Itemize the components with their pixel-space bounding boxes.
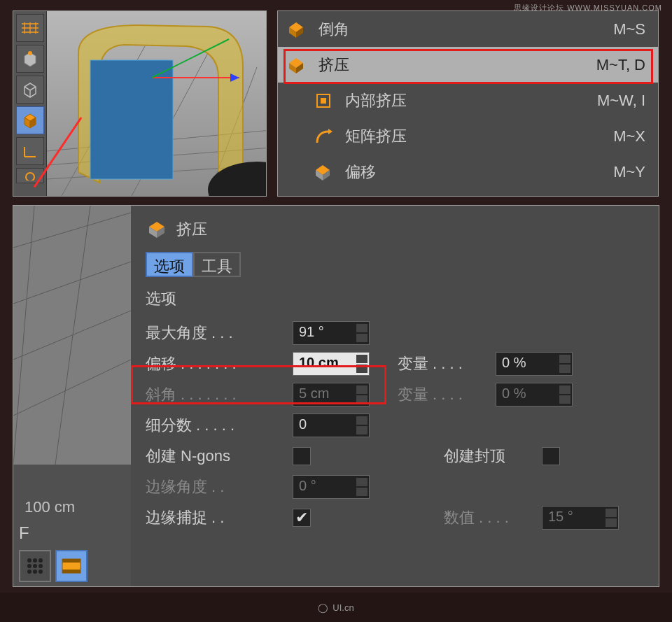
attribute-panel: 100 cm F 挤压 选项 工具 选项 最大角度 . . . 91 ° 偏移 … [13, 205, 659, 587]
menu-label: 内部挤压 [345, 90, 597, 111]
grid-icon [18, 16, 42, 40]
viewport-3d[interactable] [47, 11, 266, 196]
input-offset[interactable]: 10 cm [293, 352, 370, 376]
menu-shortcut: M~S [613, 20, 645, 38]
input-subdiv[interactable]: 0 [293, 414, 370, 437]
svg-point-26 [33, 564, 37, 568]
label-cap: 创建封顶 [444, 446, 542, 467]
spinner-icon [559, 385, 570, 404]
menu-item-bevel[interactable]: 倒角 M~S [278, 11, 658, 47]
spinner-icon [356, 385, 368, 404]
inner-extrude-icon [312, 89, 335, 113]
matrix-extrude-icon [312, 125, 335, 148]
menu-shortcut: M~T, D [596, 56, 645, 74]
bevel-icon [285, 17, 309, 41]
label-ngons: 创建 N-gons [146, 446, 293, 467]
tool-grid[interactable] [16, 14, 44, 42]
row-bevel: 斜角 . . . . . . . 5 cm 变量 . . . . 0 % [146, 379, 649, 410]
extrude-icon [285, 53, 309, 77]
svg-line-18 [13, 311, 131, 360]
input-max-angle[interactable]: 91 ° [293, 321, 370, 345]
viewport-panel [13, 10, 267, 197]
row-edge-angle: 边缘角度 . . 0 ° [146, 472, 649, 502]
svg-point-27 [38, 564, 43, 568]
label-bevel: 斜角 . . . . . . . [146, 384, 293, 405]
svg-marker-15 [328, 129, 332, 134]
svg-point-28 [27, 570, 31, 574]
tool-axis[interactable] [16, 137, 44, 165]
input-offset-var[interactable]: 0 % [496, 352, 573, 376]
checkbox-edge-snap[interactable]: ✔ [293, 509, 311, 527]
tab-tool[interactable]: 工具 [193, 252, 241, 277]
spinner-icon[interactable] [356, 416, 368, 435]
menu-label: 倒角 [318, 19, 613, 40]
svg-point-25 [27, 564, 31, 568]
input-edge-snap-num: 15 ° [542, 506, 619, 530]
projection-label: F [19, 523, 29, 543]
checkbox-cap[interactable] [542, 447, 560, 465]
menu-label: 挤压 [318, 55, 596, 76]
menu-item-extrude[interactable]: 挤压 M~T, D [278, 47, 658, 83]
label-offset: 偏移 . . . . . . . [146, 353, 293, 374]
spinner-icon [606, 508, 617, 528]
row-offset: 偏移 . . . . . . . 10 cm 变量 . . . . 0 % [146, 348, 649, 379]
svg-line-16 [13, 213, 131, 248]
label-bevel-var: 变量 . . . . [398, 384, 496, 405]
tool-edge[interactable] [16, 76, 44, 104]
spinner-icon[interactable] [356, 354, 368, 374]
svg-point-1 [26, 173, 34, 181]
menu-item-inner-extrude[interactable]: 内部挤压 M~W, I [278, 83, 658, 118]
attribute-title-row: 挤压 [146, 214, 649, 245]
viewport-side[interactable] [13, 206, 131, 465]
cube-point-icon [18, 47, 42, 71]
layout-button-grid[interactable] [19, 550, 51, 582]
svg-point-22 [27, 558, 31, 563]
menu-shortcut: M~Y [613, 163, 645, 181]
input-edge-angle: 0 ° [293, 475, 370, 499]
spinner-icon[interactable] [559, 354, 570, 374]
svg-point-30 [38, 570, 43, 574]
section-title: 选项 [146, 288, 649, 309]
tab-options[interactable]: 选项 [146, 252, 193, 277]
menu-item-matrix-extrude[interactable]: 矩阵挤压 M~X [278, 118, 658, 154]
mode-toolbar [13, 11, 47, 197]
viewport-scene [47, 11, 267, 197]
tool-menu: 倒角 M~S 挤压 M~T, D 内部挤压 M~W, I 矩阵挤压 M~X 偏移… [277, 10, 659, 197]
attribute-title: 挤压 [176, 219, 207, 240]
checkbox-ngons[interactable] [293, 447, 311, 465]
svg-rect-32 [62, 559, 80, 563]
offset-icon [312, 160, 335, 184]
svg-line-19 [13, 360, 131, 416]
svg-point-24 [38, 558, 43, 563]
svg-point-12 [208, 162, 267, 197]
extrude-icon [146, 218, 169, 241]
svg-rect-33 [62, 570, 80, 573]
spinner-icon[interactable] [356, 323, 368, 343]
menu-item-offset[interactable]: 偏移 M~Y [278, 154, 658, 190]
film-icon [61, 558, 82, 574]
cube-wire-icon [18, 78, 42, 101]
label-edge-angle: 边缘角度 . . [146, 476, 293, 497]
measure-readout: 100 cm [24, 498, 120, 516]
row-subdiv: 细分数 . . . . . 0 [146, 410, 649, 441]
svg-line-17 [13, 262, 131, 304]
label-edge-snap-num: 数值 . . . . [444, 507, 542, 528]
label-subdiv: 细分数 . . . . . [146, 415, 293, 436]
attribute-tabs: 选项 工具 [146, 252, 649, 277]
grid9-icon [25, 556, 45, 576]
row-max-angle: 最大角度 . . . 91 ° [146, 318, 649, 348]
attribute-main: 挤压 选项 工具 选项 最大角度 . . . 91 ° 偏移 . . . . .… [136, 206, 659, 586]
footer-text: UI.cn [332, 602, 354, 613]
cube-fill-icon [18, 108, 42, 132]
side-grid-graphic [13, 206, 131, 465]
tool-point[interactable] [16, 45, 44, 73]
menu-label: 偏移 [345, 162, 613, 183]
label-offset-var: 变量 . . . . [398, 353, 496, 374]
svg-point-23 [33, 558, 37, 563]
tool-polygon[interactable] [16, 106, 44, 134]
row-ngons: 创建 N-gons 创建封顶 [146, 441, 649, 472]
menu-shortcut: M~W, I [597, 92, 645, 110]
footer-logo-icon: ◯ [318, 602, 328, 613]
page-footer: ◯ UI.cn [0, 593, 672, 622]
layout-button-film[interactable] [55, 550, 88, 582]
